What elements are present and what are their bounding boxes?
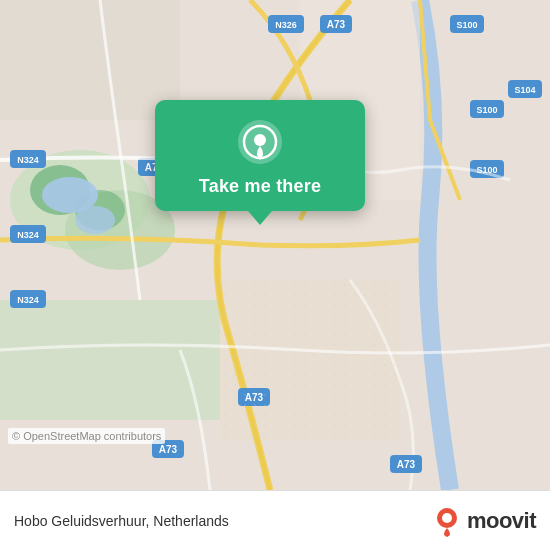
svg-rect-38 [220, 280, 400, 440]
svg-text:N324: N324 [17, 230, 39, 240]
svg-point-7 [75, 206, 115, 234]
footer-bar: Hobo Geluidsverhuur, Netherlands moovit [0, 490, 550, 550]
copyright-text: © OpenStreetMap contributors [8, 428, 165, 444]
svg-text:S104: S104 [514, 85, 535, 95]
svg-text:N324: N324 [17, 295, 39, 305]
map-container[interactable]: A73 A73 A73 N324 N324 N326 S100 S100 S10… [0, 0, 550, 490]
location-name: Hobo Geluidsverhuur, Netherlands [14, 513, 431, 529]
svg-point-43 [442, 513, 452, 523]
svg-text:A73: A73 [159, 444, 178, 455]
moovit-name: moovit [467, 508, 536, 534]
location-pin-icon [236, 118, 284, 166]
svg-point-41 [254, 134, 266, 146]
svg-text:A73: A73 [397, 459, 416, 470]
svg-rect-3 [0, 300, 220, 420]
svg-text:N324: N324 [17, 155, 39, 165]
svg-text:S100: S100 [456, 20, 477, 30]
svg-rect-10 [0, 0, 180, 120]
svg-text:S100: S100 [476, 105, 497, 115]
popup-card[interactable]: Take me there [155, 100, 365, 211]
moovit-logo: moovit [431, 505, 536, 537]
svg-text:N326: N326 [275, 20, 297, 30]
svg-text:A73: A73 [327, 19, 346, 30]
moovit-icon [431, 505, 463, 537]
popup-label[interactable]: Take me there [199, 176, 321, 197]
map-background: A73 A73 A73 N324 N324 N326 S100 S100 S10… [0, 0, 550, 490]
